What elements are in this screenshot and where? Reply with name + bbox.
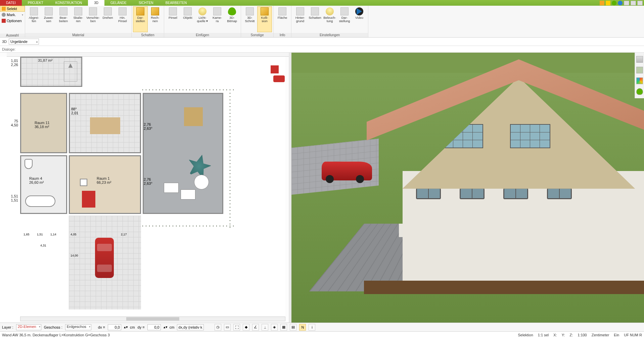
floorplan-viewport[interactable]: 1,012,26 754,50 1,511,51 31,87 m² Raum 1… [0,53,289,323]
palette-icon[interactable] [636,77,643,84]
tool-flaeche[interactable]: Fläche [275,6,290,32]
car-3d[interactable] [322,162,372,180]
tool-drehen[interactable]: Drehen [100,6,115,32]
menu-sichten[interactable]: SICHTEN [133,0,159,6]
ribbon-group-info: Fläche Info [274,6,291,37]
room-11[interactable]: Raum 1136,18 m² [20,93,67,153]
menu-3d[interactable]: 3D [88,0,104,6]
dim-icon[interactable]: ⟂ [262,324,268,331]
menu-file[interactable]: DATEI [0,0,22,6]
bulb-icon [198,7,206,15]
materials-icon[interactable] [636,67,643,73]
pane-splitter[interactable] [289,53,291,323]
terrain-dropdown[interactable]: Urgelände [9,39,39,45]
collision-icon [261,7,269,15]
status-mode: Ein [614,333,619,337]
room-1[interactable]: Raum 166,23 m² [69,155,141,214]
north-arrow-icon: ▲ [64,61,77,81]
tool-3dbitmap[interactable]: 3D-Bitmap [225,6,239,32]
room-4[interactable]: Raum 426,60 m² [20,155,67,214]
tool-beleuchtung[interactable]: Beleuch-tung [322,6,337,32]
group-label-sonstige: Sonstige [241,33,273,37]
tool-hinpinsel[interactable]: Hin.Pinsel [115,6,130,32]
tool-3dschnitt[interactable]: 3D-Schnitt [242,6,257,32]
group-icon[interactable]: ⛶ [233,324,240,331]
mark-button[interactable]: Mark.▾ [0,12,25,18]
menu-konstruktion[interactable]: KONSTRUKTION [49,0,88,6]
menu-bearbeiten[interactable]: BEARBEITEN [159,0,193,6]
floorplan-canvas[interactable]: 31,87 m² Raum 1136,18 m² Raum 345,42 m² … [20,57,285,316]
view3d-viewport[interactable] [291,53,644,323]
angle-icon[interactable]: ∠ [252,324,259,331]
car-top-view[interactable] [95,238,114,278]
tool-darstellen[interactable]: Dar-stellen [133,6,148,32]
screen-icon[interactable]: ▭ [224,324,231,331]
info-button[interactable]: i [309,324,315,331]
ruler-top [7,53,289,57]
hatch-icon[interactable]: ▤ [290,324,296,331]
tool-label: Dar-stellen [136,16,145,23]
tool-pinsel[interactable]: Pinsel [166,6,180,32]
snap-icon[interactable]: ◆ [243,324,249,331]
tool-bearbeiten[interactable]: Bear-beiten [56,6,71,32]
tool-schatten-set[interactable]: Schatten [308,6,322,32]
ruler-left: 1,012,26 754,50 1,511,51 [0,57,20,323]
help-icon[interactable] [618,1,623,5]
menu-projekt[interactable]: PROJEKT [22,0,49,6]
tool-hintergrund[interactable]: Hinter-grund [293,6,308,32]
dx-stepper[interactable]: ▴▾ [124,325,127,329]
tool-video[interactable]: Video [352,6,367,32]
camera-icon [213,7,221,15]
layers-icon[interactable] [636,56,643,63]
tool-label: Kolli-sion [261,16,268,23]
ortho-icon[interactable]: ◈ [271,324,278,331]
clock-icon[interactable]: ◷ [215,324,221,331]
dim-label: 1,51 [37,233,43,236]
layer-select[interactable]: 2D-Elemen [16,324,41,330]
background-icon [296,7,304,15]
tool-abgreifen[interactable]: Abgrei-fen [27,6,41,32]
tool-skalieren[interactable]: Skalie-ren [71,6,86,32]
selection-group-label: Auswahl [0,34,25,37]
tool-zuweisen[interactable]: Zuwei-sen [41,6,56,32]
dx-input[interactable] [108,324,121,330]
pencil-icon[interactable] [600,1,604,5]
refresh-icon[interactable] [612,1,616,5]
room-area: 36,18 m² [35,125,49,129]
tool-objekt[interactable]: Objekt [180,6,195,32]
window-minimize-icon[interactable] [624,1,629,5]
titlebar-icons [600,1,644,5]
dim-label: 4,05 [71,233,77,236]
floor-select[interactable]: Erdgeschos [65,324,91,330]
dy-input[interactable] [147,324,161,330]
status-x: X: [553,333,557,337]
house-3d[interactable] [373,59,644,282]
square-icon[interactable] [606,1,610,5]
ribbon-group-schatten: Dar-stellen Rech-nen Schatten [132,6,164,37]
menu-gelaende[interactable]: GELÄNDE [104,0,133,6]
tool-kamera[interactable]: Kame-ra [210,6,225,32]
tool-rechnen[interactable]: Rech-nen [148,6,163,32]
rel-field[interactable] [177,324,204,330]
plant-icon[interactable] [636,88,643,95]
terrace[interactable] [143,93,223,214]
tool-verschieben[interactable]: Verschie-ben [86,6,100,32]
room-area: 66,23 m² [97,180,111,184]
window-maximize-icon[interactable] [631,1,636,5]
tool-darstellung[interactable]: Dar-stellung [337,6,352,32]
tool-kollision[interactable]: Kolli-sion [257,6,272,32]
room-3[interactable]: Raum 345,42 m² [69,93,141,153]
options-button[interactable]: Optionen [0,18,25,24]
scrollbar-horizontal[interactable] [20,317,285,321]
tool-lichtquelle[interactable]: Licht-quelle ▾ [195,6,210,32]
select-button[interactable]: Selekt [0,6,25,12]
n-button[interactable]: N [299,324,306,331]
hedge-bottom [141,224,235,229]
section-icon [246,7,254,15]
dy-stepper[interactable]: ▴▾ [164,325,167,329]
window-close-icon[interactable] [637,1,643,5]
grid-icon[interactable]: ▦ [280,324,287,331]
tool-label: Abgrei-fen [29,16,39,23]
scroll-thumb[interactable] [126,317,179,321]
group-label-einfuegen: Einfügen [164,33,241,37]
